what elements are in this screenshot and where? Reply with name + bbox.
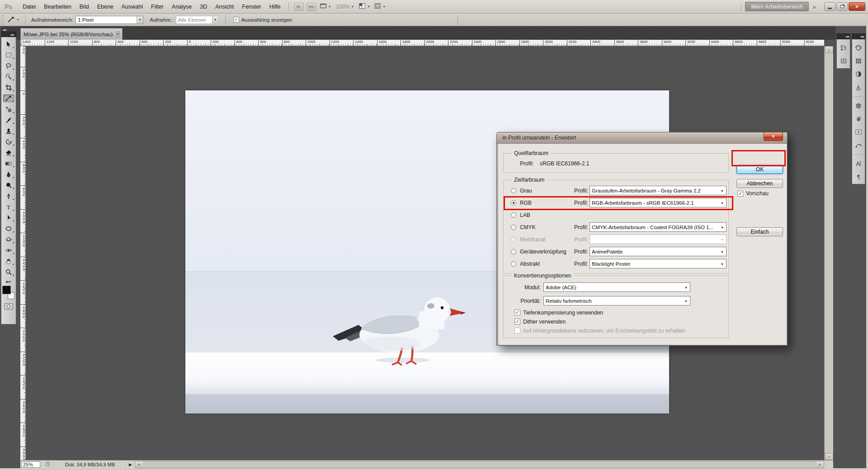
tab-overflow-icon[interactable]: ▶▶ bbox=[3, 28, 6, 31]
crop-tool[interactable] bbox=[3, 84, 14, 91]
rotate-3d-tool[interactable] bbox=[3, 235, 14, 243]
blur-tool[interactable] bbox=[3, 170, 14, 178]
profile-select-geraeteverknuepfung[interactable]: AnimePalette▼ bbox=[590, 247, 726, 256]
lasso-tool[interactable] bbox=[3, 62, 14, 70]
vertical-scrollbar[interactable]: ▲ ▼ bbox=[824, 46, 833, 460]
vertical-ruler[interactable]: 4002000200400600800100012001400160018002… bbox=[20, 46, 26, 460]
radio-cmyk[interactable] bbox=[511, 225, 516, 230]
swatches-panel-icon[interactable] bbox=[853, 55, 864, 67]
minimize-button[interactable] bbox=[824, 2, 835, 11]
workspace-button[interactable]: Mein Arbeitsbereich bbox=[745, 2, 808, 11]
history-panel-icon[interactable] bbox=[838, 42, 849, 54]
tab-close-icon[interactable]: × bbox=[116, 31, 120, 37]
menu-0[interactable]: Datei bbox=[19, 0, 40, 14]
masks-panel-icon[interactable] bbox=[853, 126, 864, 138]
intent-select[interactable]: Relativ farbmetrisch ▼ bbox=[543, 296, 690, 306]
color-panel-icon[interactable] bbox=[853, 42, 864, 54]
tool-panel-collapse-icon[interactable]: ▶▶ bbox=[1, 32, 16, 37]
sample-layers-select[interactable]: Alle Ebenen ▼ bbox=[176, 16, 219, 24]
restore-button[interactable] bbox=[836, 2, 848, 11]
radio-grau[interactable] bbox=[511, 188, 516, 193]
zoom-field[interactable]: 25% bbox=[21, 461, 40, 468]
dialog-title[interactable]: In Profil umwandeln - Erweitert bbox=[497, 132, 787, 144]
mobile-button[interactable]: Mb bbox=[307, 3, 316, 11]
cancel-button[interactable]: Abbrechen bbox=[736, 179, 783, 188]
simple-mode-button[interactable]: Einfach bbox=[736, 227, 783, 236]
quick-mask-button[interactable] bbox=[4, 303, 13, 310]
horizontal-ruler[interactable]: 1400120010008006004002000200400600800100… bbox=[20, 40, 824, 46]
screen-mode-button[interactable]: ▼ bbox=[374, 2, 386, 11]
burn-tool[interactable] bbox=[3, 181, 14, 189]
ellipse-shape-tool[interactable] bbox=[3, 225, 14, 232]
preview-checkbox[interactable]: ✓ bbox=[737, 191, 743, 197]
brush-presets-panel-icon[interactable] bbox=[853, 81, 864, 93]
workspace-overflow-chevrons[interactable]: » bbox=[812, 3, 816, 10]
move-tool[interactable] bbox=[3, 40, 14, 48]
menu-6[interactable]: Analyse bbox=[168, 0, 196, 14]
hand-tool[interactable] bbox=[3, 257, 14, 265]
rect-marquee-tool[interactable] bbox=[3, 51, 14, 59]
close-button[interactable]: × bbox=[849, 2, 865, 11]
scroll-left-icon[interactable]: ◀ bbox=[135, 461, 142, 468]
radio-lab[interactable] bbox=[511, 212, 516, 218]
menu-2[interactable]: Bild bbox=[75, 0, 93, 14]
show-ring-checkbox[interactable]: ✓ bbox=[233, 17, 239, 23]
black-point-checkbox[interactable]: ✓ bbox=[514, 310, 520, 315]
layers-panel-icon[interactable] bbox=[853, 100, 864, 112]
orbit-3d-tool[interactable] bbox=[3, 246, 14, 254]
menu-5[interactable]: Filter bbox=[147, 0, 168, 14]
foreground-color-swatch[interactable] bbox=[2, 286, 11, 294]
profile-select-rgb[interactable]: RGB-Arbeitsfarbraum - sRGB IEC61966-2.1▼ bbox=[590, 198, 726, 207]
menu-3[interactable]: Ebene bbox=[93, 0, 118, 14]
magic-wand-tool[interactable] bbox=[3, 73, 14, 80]
swap-colors-icon[interactable]: ■⇄ bbox=[6, 280, 11, 284]
radio-rgb[interactable] bbox=[511, 200, 516, 206]
profile-select-cmyk[interactable]: CMYK-Arbeitsfarbraum - Coated FOGRA39 (I… bbox=[590, 222, 726, 232]
document-tab[interactable]: Möwe.JPG bei 25% (RGB/8/Vorschau) × bbox=[20, 28, 123, 40]
sample-size-select[interactable]: 1 Pixel ▼ bbox=[75, 16, 143, 24]
eraser-tool[interactable] bbox=[3, 149, 14, 156]
view-extras-button[interactable]: ▼ bbox=[320, 2, 331, 11]
paragraph-panel-icon[interactable]: ¶ bbox=[853, 171, 864, 183]
module-select[interactable]: Adobe (ACE) ▼ bbox=[543, 282, 690, 292]
dialog-close-button[interactable]: × bbox=[764, 132, 783, 141]
menu-7[interactable]: 3D bbox=[196, 0, 211, 14]
menu-1[interactable]: Bearbeiten bbox=[40, 0, 75, 14]
gradient-tool[interactable] bbox=[3, 160, 14, 167]
menu-9[interactable]: Fenster bbox=[238, 0, 265, 14]
eyedropper-tool[interactable] bbox=[3, 94, 14, 102]
actions-panel-icon[interactable] bbox=[838, 55, 849, 67]
bridge-button[interactable]: Br bbox=[294, 3, 304, 11]
path-selection-tool[interactable] bbox=[3, 214, 14, 221]
character-panel-icon[interactable]: A bbox=[853, 158, 864, 169]
menu-10[interactable]: Hilfe bbox=[265, 0, 285, 14]
arrange-documents-button[interactable]: ▼ bbox=[359, 2, 370, 11]
clone-stamp-tool[interactable] bbox=[3, 127, 14, 135]
zoom-tool[interactable] bbox=[3, 268, 14, 276]
profile-select-abstrakt[interactable]: Blacklight Poster▼ bbox=[590, 259, 726, 268]
scroll-up-icon[interactable]: ▲ bbox=[825, 46, 833, 53]
panel-collapse-icon[interactable]: ◀◀ bbox=[836, 33, 850, 39]
adjustments-panel-icon[interactable] bbox=[853, 68, 864, 80]
history-brush-tool[interactable] bbox=[3, 138, 14, 146]
channels-panel-icon[interactable] bbox=[853, 113, 864, 125]
panel-collapse-icon[interactable]: ◀◀ bbox=[852, 33, 865, 39]
scroll-down-icon[interactable]: ▼ bbox=[825, 453, 833, 460]
radio-geraeteverknuepfung[interactable] bbox=[511, 249, 516, 254]
red-eye-tool[interactable] bbox=[3, 105, 14, 113]
menu-8[interactable]: Ansicht bbox=[211, 0, 238, 14]
radio-abstrakt[interactable] bbox=[511, 261, 516, 267]
paths-panel-icon[interactable] bbox=[853, 139, 864, 151]
options-bar-grip[interactable] bbox=[1, 15, 4, 25]
status-menu-arrow[interactable]: ▶ bbox=[126, 462, 135, 467]
zoom-level-control[interactable]: 100% ▼ bbox=[336, 4, 354, 10]
ok-button[interactable]: OK bbox=[736, 165, 783, 174]
dither-checkbox[interactable]: ✓ bbox=[514, 319, 520, 324]
type-tool[interactable]: T bbox=[3, 203, 14, 211]
current-tool-button[interactable]: ▼ bbox=[8, 16, 19, 24]
horizontal-scrollbar[interactable]: ◀ ▶ bbox=[135, 461, 824, 468]
pen-tool[interactable] bbox=[3, 192, 14, 200]
profile-select-grau[interactable]: Graustufen-Arbeitsfarbraum - Gray Gamma … bbox=[590, 186, 726, 195]
scroll-right-icon[interactable]: ▶ bbox=[816, 461, 824, 468]
menu-4[interactable]: Auswahl bbox=[118, 0, 147, 14]
